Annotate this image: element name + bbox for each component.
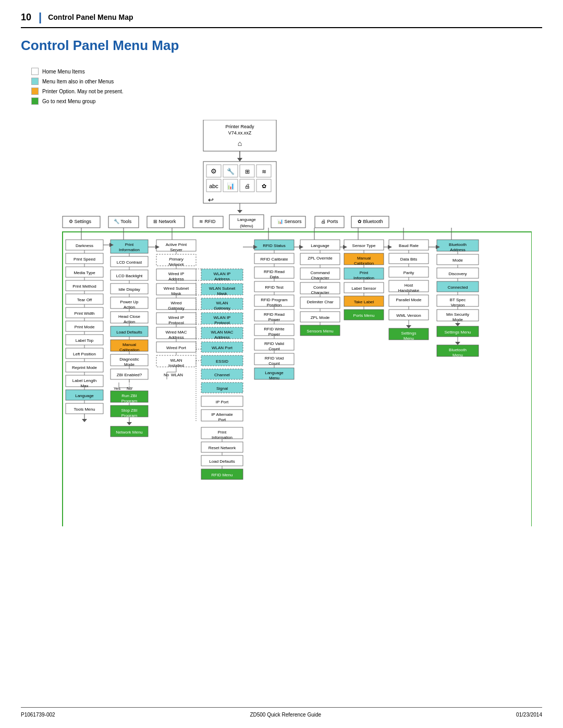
svg-text:Wired Port: Wired Port — [166, 346, 187, 350]
svg-text:Label Top: Label Top — [76, 338, 94, 343]
svg-text:V74.xx.xxZ: V74.xx.xxZ — [228, 130, 252, 135]
svg-text:RFID Status: RFID Status — [263, 243, 286, 248]
svg-text:Discovery: Discovery — [448, 272, 467, 276]
svg-text:Parity: Parity — [403, 270, 414, 275]
svg-text:WLAN Subnet: WLAN Subnet — [209, 286, 236, 291]
svg-text:Print Method: Print Method — [72, 284, 96, 289]
svg-text:Manual: Manual — [357, 256, 371, 261]
svg-text:LCD Backlight: LCD Backlight — [116, 274, 143, 278]
svg-text:IP Port: IP Port — [216, 400, 229, 404]
svg-text:WLAN MAC: WLAN MAC — [211, 330, 233, 335]
svg-text:⌂: ⌂ — [238, 139, 242, 147]
svg-text:⚙ Settings: ⚙ Settings — [69, 219, 92, 224]
svg-text:⊞: ⊞ — [245, 168, 250, 175]
svg-text:⚙: ⚙ — [211, 167, 217, 175]
svg-marker-5 — [237, 158, 242, 162]
svg-text:Power Up: Power Up — [120, 300, 139, 304]
svg-text:⊞ Network: ⊞ Network — [153, 219, 176, 224]
svg-text:Printer Ready: Printer Ready — [225, 124, 254, 129]
svg-text:Wired MAC: Wired MAC — [166, 330, 187, 335]
svg-text:Take Label: Take Label — [354, 300, 374, 304]
svg-text:Primary: Primary — [169, 257, 184, 262]
menu-map-diagram: Printer Ready V74.xx.xxZ ⌂ ⚙ 🔧 ⊞ ≋ abc 📊… — [31, 120, 532, 526]
svg-text:RFID Void: RFID Void — [265, 356, 284, 361]
svg-text:Wired IP: Wired IP — [168, 315, 185, 320]
svg-text:LCD Contrast: LCD Contrast — [117, 260, 142, 265]
legend-icon-cyan — [31, 78, 39, 85]
svg-text:RFID Calibrate: RFID Calibrate — [261, 257, 288, 262]
svg-text:Load Defaults: Load Defaults — [209, 459, 235, 464]
svg-text:ZPL Mode: ZPL Mode — [311, 315, 330, 320]
svg-text:Reset Network: Reset Network — [209, 446, 236, 450]
svg-text:Menu: Menu — [403, 336, 414, 341]
svg-text:↩: ↩ — [208, 196, 214, 204]
svg-text:No: No — [127, 386, 132, 391]
svg-text:Mask: Mask — [217, 291, 227, 296]
svg-text:Wired Subnet: Wired Subnet — [164, 286, 189, 291]
svg-text:IP Alternate: IP Alternate — [211, 412, 233, 417]
svg-text:≋: ≋ — [262, 168, 266, 175]
legend-label-home: Home Menu Items — [42, 69, 85, 75]
svg-text:WLAN Port: WLAN Port — [212, 346, 233, 350]
footer-right: 01/23/2014 — [516, 712, 542, 718]
svg-text:Address: Address — [214, 335, 229, 340]
svg-text:Tear Off: Tear Off — [77, 298, 92, 302]
svg-text:Gateway: Gateway — [214, 306, 230, 311]
svg-text:Parallel Mode: Parallel Mode — [396, 298, 422, 302]
svg-text:Print: Print — [360, 270, 369, 275]
page: 10 | Control Panel Menu Map Control Pane… — [0, 0, 563, 728]
svg-text:≋ RFID: ≋ RFID — [199, 219, 216, 224]
svg-text:🔧: 🔧 — [227, 167, 235, 175]
svg-text:Host: Host — [405, 283, 413, 288]
svg-text:Darkness: Darkness — [76, 243, 93, 248]
legend-item-home: Home Menu Items — [31, 68, 124, 75]
svg-text:Stop ZBI: Stop ZBI — [121, 408, 137, 413]
svg-text:Head Close: Head Close — [118, 314, 140, 319]
header-bar: 10 | Control Panel Menu Map — [21, 10, 542, 28]
header-title: Control Panel Menu Map — [48, 13, 133, 21]
svg-text:Run ZBI: Run ZBI — [121, 393, 137, 398]
svg-text:RFID Test: RFID Test — [265, 285, 284, 290]
svg-text:Baud Rate: Baud Rate — [399, 243, 419, 248]
svg-marker-355 — [455, 342, 460, 345]
svg-text:ZPL Override: ZPL Override — [308, 256, 333, 261]
svg-text:Diagnostic: Diagnostic — [119, 357, 139, 362]
main-title: Control Panel Menu Map — [21, 38, 542, 54]
svg-text:WLAN IP: WLAN IP — [214, 272, 231, 276]
svg-text:(Menu): (Menu) — [240, 224, 253, 228]
svg-text:🔧 Tools: 🔧 Tools — [114, 218, 132, 225]
svg-text:Load Defaults: Load Defaults — [116, 330, 142, 335]
svg-text:Sensor Type: Sensor Type — [352, 243, 376, 248]
svg-text:📊: 📊 — [227, 182, 235, 190]
svg-marker-374 — [237, 210, 242, 213]
svg-marker-83 — [82, 419, 87, 422]
legend-label-orange: Printer Option. May not be present. — [42, 89, 124, 94]
svg-text:Address: Address — [214, 277, 229, 281]
svg-text:📊 Sensors: 📊 Sensors — [277, 218, 302, 225]
svg-text:Active Print: Active Print — [166, 242, 187, 247]
svg-text:✿ Bluetooth: ✿ Bluetooth — [358, 219, 383, 224]
svg-text:Connected: Connected — [448, 285, 468, 290]
legend-label-green: Go to next Menu group — [42, 98, 95, 104]
svg-text:Control: Control — [313, 285, 327, 290]
svg-text:Print Speed: Print Speed — [74, 257, 95, 262]
svg-text:Reprint Mode: Reprint Mode — [72, 365, 97, 370]
svg-text:Label Sensor: Label Sensor — [351, 286, 376, 291]
footer-left: P1061739-002 — [21, 712, 55, 718]
svg-text:BT Spec: BT Spec — [450, 298, 466, 302]
svg-text:Menu: Menu — [452, 353, 463, 357]
svg-text:RFID Program: RFID Program — [261, 298, 288, 302]
svg-marker-351 — [455, 323, 460, 326]
svg-marker-325 — [406, 325, 411, 328]
svg-text:RFID Menu: RFID Menu — [212, 473, 233, 477]
legend-item-cyan: Menu Item also in other Menus — [31, 78, 124, 85]
svg-text:Mask: Mask — [171, 291, 181, 296]
header-divider: | — [39, 10, 42, 24]
footer: P1061739-002 ZD500 Quick Reference Guide… — [21, 707, 542, 718]
svg-text:Language: Language — [237, 217, 256, 222]
svg-text:Protocol: Protocol — [214, 320, 230, 325]
svg-text:Idle Display: Idle Display — [118, 287, 140, 292]
svg-text:Tools Menu: Tools Menu — [74, 407, 95, 412]
svg-text:Language: Language — [265, 371, 284, 375]
svg-text:Bluetooth: Bluetooth — [449, 348, 467, 352]
